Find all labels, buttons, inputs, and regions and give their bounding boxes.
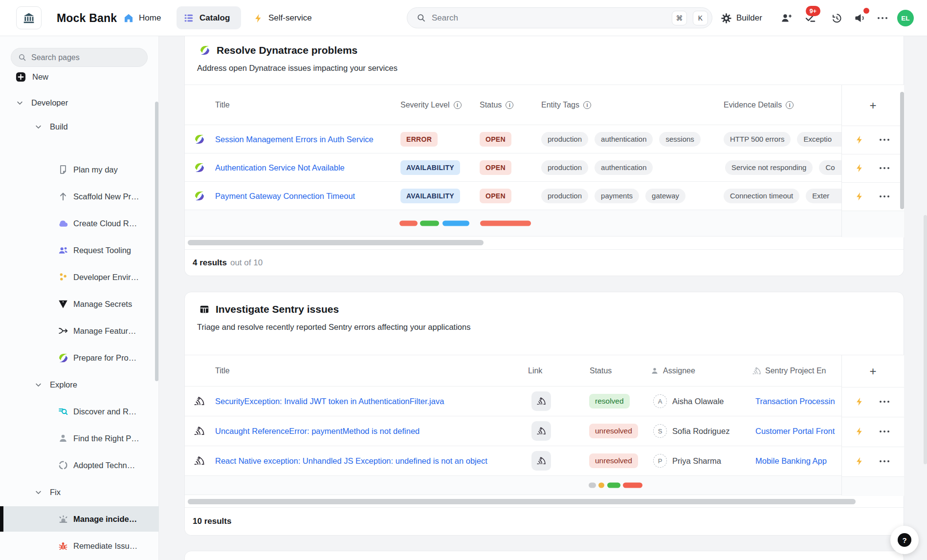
table-header-row: Title Severity Level Status Entity Tags … xyxy=(185,85,841,125)
sidebar-group-build[interactable]: Build xyxy=(0,114,159,139)
search-input[interactable] xyxy=(432,13,666,23)
row-menu-button[interactable] xyxy=(880,431,889,432)
sidebar-item-discover-and-research[interactable]: Discover and R… xyxy=(0,399,159,424)
sidebar-item-manage-incidents[interactable]: Manage incide… xyxy=(0,506,159,532)
user-avatar[interactable]: EL xyxy=(897,10,914,26)
project-link[interactable]: Customer Portal Front xyxy=(755,427,835,436)
sidebar-group-fix[interactable]: Fix xyxy=(0,479,159,505)
run-action-button[interactable] xyxy=(855,192,864,201)
bank-icon xyxy=(22,12,35,24)
nav-home[interactable]: Home xyxy=(123,0,161,36)
row-title-link[interactable]: SecurityException: Invalid JWT token in … xyxy=(215,397,444,406)
k-keycap: K xyxy=(693,11,708,25)
add-column-button[interactable]: + xyxy=(842,355,904,387)
entity-tags: production authentication xyxy=(541,160,653,175)
row-menu-button[interactable] xyxy=(880,139,889,141)
sidebar-item-prepare-for-production[interactable]: Prepare for Pro… xyxy=(0,345,159,370)
sidebar-item-scaffold-new-project[interactable]: Scaffold New Pr… xyxy=(0,184,159,209)
table-horizontal-scrollbar[interactable] xyxy=(188,499,856,504)
info-icon[interactable] xyxy=(583,101,591,109)
sidebar-scrollbar[interactable] xyxy=(155,102,158,381)
row-title-link[interactable]: Session Management Errors in Auth Servic… xyxy=(215,134,374,144)
sidebar-item-manage-feature-flags[interactable]: Manage Featur… xyxy=(0,318,159,344)
dynatrace-widget: Resolve Dynatrace problems Address open … xyxy=(184,36,904,276)
sidebar-item-find-the-right-person[interactable]: Find the Right P… xyxy=(0,426,159,451)
tag-chip: authentication xyxy=(595,132,653,147)
col-sentry-project: Sentry Project En xyxy=(752,366,826,375)
table-row: Payment Gateway Connection Timeout AVAIL… xyxy=(185,182,841,210)
nav-self-service[interactable]: Self-service xyxy=(253,0,312,36)
entity-tags: production authentication sessions xyxy=(541,132,701,147)
person-add-icon xyxy=(780,12,792,24)
info-icon[interactable] xyxy=(786,101,794,109)
col-assignee: Assignee xyxy=(650,366,695,375)
sidebar-item-developer-environments[interactable]: Developer Envir… xyxy=(0,264,159,290)
row-title-link[interactable]: Uncaught ReferenceError: paymentMethod i… xyxy=(215,427,419,436)
results-footer: 4 results out of 10 xyxy=(185,249,904,276)
sidebar-item-label: New xyxy=(32,72,48,82)
table-horizontal-scrollbar[interactable] xyxy=(188,240,484,245)
dynatrace-icon xyxy=(58,352,69,364)
brand-logo[interactable] xyxy=(16,6,42,29)
severity-badge: ERROR xyxy=(400,132,438,147)
sidebar-item-manage-secrets[interactable]: Manage Secrets xyxy=(0,291,159,317)
sidebar-item-request-tooling[interactable]: Request Tooling xyxy=(0,237,159,263)
more-menu-button[interactable] xyxy=(878,0,887,36)
assignee-avatar: A xyxy=(653,394,667,408)
run-action-button[interactable] xyxy=(855,456,864,466)
row-title-link[interactable]: Authentication Service Not Available xyxy=(215,163,345,172)
table-row: Session Management Errors in Auth Servic… xyxy=(185,125,841,153)
project-link[interactable]: Mobile Banking App xyxy=(755,456,827,466)
run-action-button[interactable] xyxy=(855,397,864,407)
sidebar-item-plan-my-day[interactable]: Plan my day xyxy=(0,157,159,182)
sentry-icon xyxy=(194,396,205,407)
info-icon[interactable] xyxy=(506,101,513,109)
nav-catalog[interactable]: Catalog xyxy=(177,6,241,29)
sentry-link-button[interactable] xyxy=(531,451,551,471)
sidebar-item-label: Scaffold New Pr… xyxy=(73,192,139,201)
row-menu-button[interactable] xyxy=(880,401,889,403)
sentry-link-button[interactable] xyxy=(531,421,551,441)
table-vertical-scrollbar[interactable] xyxy=(900,92,904,209)
help-button[interactable]: ? xyxy=(890,526,919,554)
sidebar-group-explore[interactable]: Explore xyxy=(0,372,159,397)
person-icon xyxy=(650,366,659,375)
sidebar-group-developer[interactable]: Developer xyxy=(0,90,159,115)
sidebar-item-create-cloud-resource[interactable]: Create Cloud R… xyxy=(0,211,159,236)
evidence-chip: Exter xyxy=(806,189,841,203)
history-button[interactable] xyxy=(831,0,842,36)
table-row: React Native exception: Unhandled JS Exc… xyxy=(185,446,841,476)
run-action-button[interactable] xyxy=(855,163,864,173)
run-action-button[interactable] xyxy=(855,427,864,436)
sentry-link-button[interactable] xyxy=(531,391,551,411)
builder-label: Builder xyxy=(736,13,762,23)
row-menu-button[interactable] xyxy=(880,195,889,197)
run-action-button[interactable] xyxy=(855,135,864,145)
results-total: out of 10 xyxy=(230,258,263,268)
assignee-name: Priya Sharma xyxy=(672,456,721,466)
info-icon[interactable] xyxy=(454,101,462,109)
sidebar-search-input[interactable] xyxy=(31,53,140,62)
row-title-link[interactable]: React Native exception: Unhandled JS Exc… xyxy=(215,456,487,466)
row-menu-button[interactable] xyxy=(880,460,889,462)
add-column-button[interactable]: + xyxy=(842,85,904,126)
chevron-down-icon xyxy=(35,489,42,496)
preview-pill xyxy=(399,220,418,226)
row-title-link[interactable]: Payment Gateway Connection Timeout xyxy=(215,191,355,200)
sidebar-group-label: Fix xyxy=(50,488,61,497)
tag-chip: production xyxy=(541,132,588,147)
global-search[interactable]: ⌘ K xyxy=(407,7,712,28)
home-icon xyxy=(123,13,134,23)
invite-user-button[interactable] xyxy=(780,0,792,36)
sidebar-item-new[interactable]: New xyxy=(0,64,159,89)
sentry-widget: Investigate Sentry issues Triage and res… xyxy=(184,292,904,536)
announcements-button[interactable] xyxy=(854,0,866,36)
sidebar-item-adopted-technologies[interactable]: Adopted Techn… xyxy=(0,452,159,478)
row-menu-button[interactable] xyxy=(880,167,889,169)
sidebar-item-remediate-issues[interactable]: Remediate Issu… xyxy=(0,533,159,559)
page-scrollbar[interactable] xyxy=(924,215,927,464)
builder-button[interactable]: Builder xyxy=(721,0,762,36)
project-link[interactable]: Transaction Processin xyxy=(755,397,835,406)
sidebar-group-label: Explore xyxy=(50,380,77,389)
nav-self-service-label: Self-service xyxy=(268,13,312,23)
